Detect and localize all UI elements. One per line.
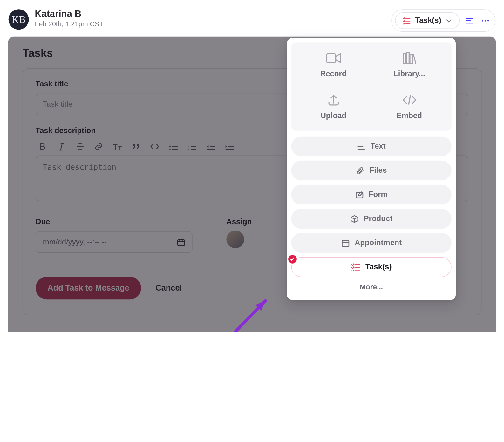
library-icon	[401, 51, 418, 65]
option-appointment[interactable]: Appointment	[291, 233, 451, 253]
svg-rect-37	[406, 52, 409, 64]
align-button[interactable]	[463, 14, 476, 27]
option-files[interactable]: Files	[291, 161, 451, 181]
svg-point-6	[482, 20, 483, 21]
content-type-chip[interactable]: Task(s)	[395, 12, 460, 29]
upload-icon	[325, 93, 342, 107]
more-actions-button[interactable]	[479, 14, 492, 27]
tasks-list-icon	[402, 17, 411, 24]
svg-rect-38	[410, 54, 412, 64]
message-timestamp: Feb 20th, 1:21pm CST	[35, 20, 103, 28]
option-product[interactable]: Product	[291, 209, 451, 229]
media-record[interactable]: Record	[296, 51, 371, 78]
option-tasks[interactable]: Task(s)	[291, 257, 451, 277]
user-avatar[interactable]: KB	[9, 9, 29, 30]
svg-point-7	[485, 20, 486, 21]
svg-point-8	[487, 20, 489, 21]
embed-icon	[401, 93, 418, 107]
media-upload[interactable]: Upload	[296, 93, 371, 120]
media-grid: Record Library... Upload Embed	[291, 42, 451, 130]
selected-check-badge	[288, 255, 297, 264]
option-text[interactable]: Text	[291, 137, 451, 157]
more-options[interactable]: More...	[291, 277, 451, 294]
svg-rect-44	[342, 240, 349, 246]
svg-rect-35	[326, 54, 336, 62]
option-form[interactable]: Form	[291, 185, 451, 205]
content-type-chip-label: Task(s)	[415, 16, 441, 25]
svg-line-39	[413, 54, 416, 64]
svg-rect-36	[403, 53, 405, 64]
media-embed[interactable]: Embed	[371, 93, 447, 120]
chevron-down-icon	[446, 17, 452, 24]
media-library[interactable]: Library...	[371, 51, 447, 78]
video-icon	[325, 51, 342, 65]
user-name: Katarina B	[35, 9, 103, 20]
content-type-dropdown: Record Library... Upload Embed	[287, 38, 456, 300]
message-header: KB Katarina B Feb 20th, 1:21pm CST Task(…	[0, 0, 504, 36]
header-controls: Task(s)	[392, 9, 496, 32]
